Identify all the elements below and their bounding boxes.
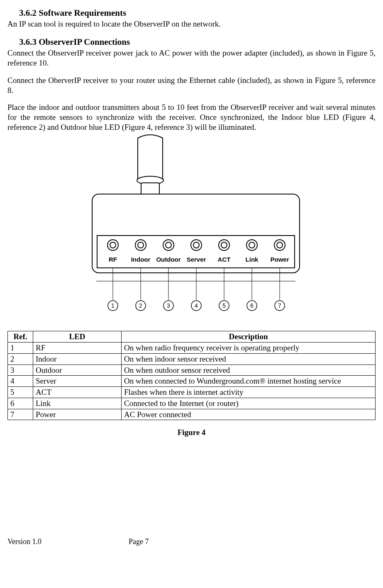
cell-desc: Connected to the Internet (or router) (122, 398, 376, 409)
heading-software-requirements: 3.6.2 Software Requirements (7, 7, 376, 18)
cell-ref: 6 (8, 398, 33, 409)
device-led-label: Power (270, 256, 289, 263)
cell-led: Indoor (33, 353, 122, 364)
figure-4-device: RFIndoorOutdoorServerACTLinkPower 123456… (7, 134, 376, 327)
svg-point-17 (277, 242, 283, 248)
cell-desc: On when outdoor sensor received (122, 364, 376, 376)
cell-ref: 1 (8, 343, 33, 354)
th-ref: Ref. (8, 331, 33, 343)
cell-ref: 2 (8, 353, 33, 364)
cell-desc: On when connected to Wunderground.com® i… (122, 376, 376, 387)
svg-rect-1 (141, 183, 159, 195)
device-ref-number: 6 (250, 302, 254, 309)
th-led: LED (33, 331, 122, 343)
device-ref-number: 7 (278, 302, 281, 309)
device-ref-number: 4 (195, 302, 198, 309)
cell-ref: 3 (8, 364, 33, 376)
table-row: 1RFOn when radio frequency receiver is o… (8, 343, 376, 354)
cell-desc: AC Power connected (122, 409, 376, 420)
device-led-label: RF (109, 256, 117, 263)
device-ref-number: 1 (111, 302, 115, 309)
th-desc: Description (122, 331, 376, 343)
cell-led: ACT (33, 387, 122, 398)
svg-point-15 (249, 242, 255, 248)
footer-version: Version 1.0 (7, 537, 41, 547)
device-led-label: Outdoor (156, 256, 181, 263)
table-row: 5ACTFlashes when there is internet activ… (8, 387, 376, 398)
device-led-label: Server (186, 256, 206, 263)
device-ref-number: 5 (222, 302, 226, 309)
paragraph-conn-2: Connect the OberverIP receiver to your r… (7, 75, 376, 95)
cell-led: RF (33, 343, 122, 354)
cell-ref: 7 (8, 409, 33, 420)
svg-point-13 (221, 242, 227, 248)
cell-led: Server (33, 376, 122, 387)
table-row: 4ServerOn when connected to Wunderground… (8, 376, 376, 387)
table-row: 3OutdoorOn when outdoor sensor received (8, 364, 376, 376)
cell-led: Link (33, 398, 122, 409)
cell-led: Outdoor (33, 364, 122, 376)
device-led-label: Indoor (131, 256, 150, 263)
svg-point-9 (166, 242, 171, 248)
paragraph-conn-1: Connect the ObserverIP receiver power ja… (7, 48, 376, 68)
table-row: 2IndoorOn when indoor sensor received (8, 353, 376, 364)
led-reference-table: Ref. LED Description 1RFOn when radio fr… (7, 331, 376, 420)
footer-page: Page 7 (129, 537, 149, 547)
cell-desc: Flashes when there is internet activity (122, 387, 376, 398)
table-row: 6LinkConnected to the Internet (or route… (8, 398, 376, 409)
page-footer: Version 1.0 Page 7 (7, 537, 376, 547)
cell-desc: On when radio frequency receiver is oper… (122, 343, 376, 354)
svg-point-5 (110, 242, 116, 248)
device-ref-number: 2 (139, 302, 142, 309)
heading-observerip-connections: 3.6.3 ObserverIP Connections (7, 36, 376, 47)
cell-ref: 5 (8, 387, 33, 398)
svg-point-7 (138, 242, 144, 248)
table-row: 7PowerAC Power connected (8, 409, 376, 420)
figure-caption: Figure 4 (7, 428, 376, 437)
cell-led: Power (33, 409, 122, 420)
paragraph-software-req: An IP scan tool is required to locate th… (7, 19, 376, 29)
table-header-row: Ref. LED Description (8, 331, 376, 343)
svg-point-11 (193, 242, 199, 248)
device-led-label: Link (245, 256, 258, 263)
paragraph-conn-3: Place the indoor and outdoor transmitter… (7, 102, 376, 132)
cell-ref: 4 (8, 376, 33, 387)
device-led-label: ACT (217, 256, 230, 263)
device-ref-number: 3 (167, 302, 170, 309)
cell-desc: On when indoor sensor received (122, 353, 376, 364)
